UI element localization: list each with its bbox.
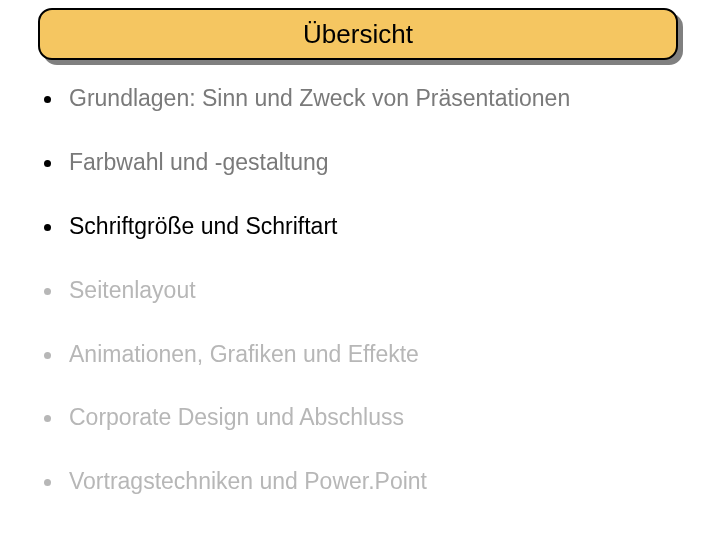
list-item: Seitenlayout <box>44 276 684 306</box>
bullet-icon <box>44 288 51 295</box>
slide: Übersicht Grundlagen: Sinn und Zweck von… <box>0 0 720 540</box>
bullet-text: Seitenlayout <box>69 276 196 306</box>
bullet-text: Vortragstechniken und Power.Point <box>69 467 427 497</box>
list-item: Schriftgröße und Schriftart <box>44 212 684 242</box>
list-item: Farbwahl und -gestaltung <box>44 148 684 178</box>
bullet-icon <box>44 96 51 103</box>
title-box: Übersicht <box>38 8 678 60</box>
bullet-icon <box>44 160 51 167</box>
bullet-icon <box>44 479 51 486</box>
bullet-text: Animationen, Grafiken und Effekte <box>69 340 419 370</box>
bullet-text: Farbwahl und -gestaltung <box>69 148 329 178</box>
bullet-icon <box>44 415 51 422</box>
bullet-list: Grundlagen: Sinn und Zweck von Präsentat… <box>44 84 684 531</box>
bullet-icon <box>44 224 51 231</box>
bullet-text: Corporate Design und Abschluss <box>69 403 404 433</box>
list-item: Grundlagen: Sinn und Zweck von Präsentat… <box>44 84 684 114</box>
list-item: Animationen, Grafiken und Effekte <box>44 340 684 370</box>
list-item: Vortragstechniken und Power.Point <box>44 467 684 497</box>
list-item: Corporate Design und Abschluss <box>44 403 684 433</box>
title-container: Übersicht <box>38 8 678 60</box>
slide-title: Übersicht <box>303 19 413 50</box>
bullet-text: Grundlagen: Sinn und Zweck von Präsentat… <box>69 84 570 114</box>
bullet-text: Schriftgröße und Schriftart <box>69 212 337 242</box>
bullet-icon <box>44 352 51 359</box>
